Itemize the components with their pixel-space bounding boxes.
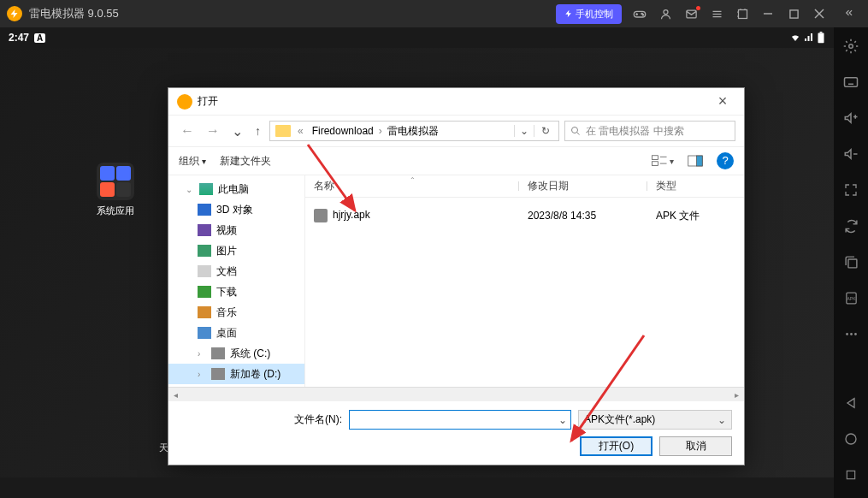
android-home-button[interactable] bbox=[841, 429, 861, 449]
battery-icon bbox=[817, 32, 825, 44]
mail-icon[interactable] bbox=[678, 1, 704, 27]
android-status-bar: 2:47 A bbox=[0, 27, 834, 48]
status-badge: A bbox=[34, 33, 45, 43]
volume-up-icon[interactable] bbox=[841, 108, 861, 128]
filename-label: 文件名(N): bbox=[294, 412, 342, 427]
wifi-icon bbox=[789, 33, 801, 43]
dialog-footer: 文件名(N): ⌄ APK文件(*.apk)⌄ 打开(O) 取消 bbox=[168, 401, 744, 465]
dialog-body: ⌄此电脑 3D 对象 视频 图片 文档 下载 音乐 桌面 ›系统 (C:) ›新… bbox=[168, 175, 744, 387]
refresh-button[interactable]: ↻ bbox=[534, 125, 557, 137]
right-toolbar: APK bbox=[834, 27, 868, 498]
sidebar-item-downloads[interactable]: 下载 bbox=[168, 282, 304, 302]
sidebar-item-pictures[interactable]: 图片 bbox=[168, 240, 304, 261]
shortcut-label: 系统应用 bbox=[97, 205, 134, 216]
apk-icon[interactable]: APK bbox=[841, 288, 861, 308]
file-open-dialog: 打开 × ← → ⌄ ↑ « Firedownload › 雷电模拟器 ⌄ ↻ … bbox=[168, 87, 745, 465]
sidebar-item-video[interactable]: 视频 bbox=[168, 220, 304, 240]
gamepad-icon[interactable] bbox=[627, 1, 652, 27]
sidebar-item-drive-c[interactable]: ›系统 (C:) bbox=[168, 343, 304, 364]
menu-icon[interactable] bbox=[704, 1, 729, 27]
column-type[interactable]: 类型 bbox=[647, 179, 744, 193]
sidebar-item-3d[interactable]: 3D 对象 bbox=[168, 199, 304, 220]
screenshot-icon[interactable] bbox=[729, 1, 755, 27]
column-name[interactable]: 名称⌃ bbox=[305, 179, 519, 193]
nav-forward-button[interactable]: → bbox=[203, 123, 223, 139]
svg-rect-37 bbox=[847, 258, 856, 267]
nav-back-button[interactable]: ← bbox=[177, 123, 198, 139]
dialog-icon bbox=[177, 94, 192, 110]
address-bar[interactable]: « Firedownload › 雷电模拟器 ⌄ ↻ bbox=[269, 121, 559, 141]
open-button[interactable]: 打开(O) bbox=[580, 436, 652, 456]
dialog-toolbar: 组织 ▾ 新建文件夹 ▾ ? bbox=[168, 146, 744, 175]
file-name: hjrjy.apk bbox=[333, 209, 370, 221]
maximize-icon[interactable] bbox=[781, 1, 806, 27]
svg-rect-12 bbox=[789, 9, 797, 17]
svg-rect-19 bbox=[652, 156, 658, 160]
file-type: APK 文件 bbox=[647, 209, 744, 223]
sidebar-item-drive-d[interactable]: ›新加卷 (D:) bbox=[168, 364, 304, 384]
scroll-left-button[interactable]: ◂ bbox=[168, 388, 183, 401]
column-date[interactable]: 修改日期 bbox=[519, 179, 647, 193]
search-input[interactable]: 在 雷电模拟器 中搜索 bbox=[564, 121, 735, 141]
sidebar-item-music[interactable]: 音乐 bbox=[168, 302, 304, 323]
phone-control-button[interactable]: 手机控制 bbox=[556, 4, 622, 24]
preview-pane-button[interactable] bbox=[688, 155, 703, 167]
svg-rect-15 bbox=[818, 33, 824, 43]
volume-down-icon[interactable] bbox=[841, 144, 861, 164]
dialog-close-button[interactable]: × bbox=[710, 92, 735, 110]
collapse-sidebar-icon[interactable] bbox=[836, 7, 861, 21]
sidebar-item-thispc[interactable]: ⌄此电脑 bbox=[168, 179, 304, 199]
svg-text:APK: APK bbox=[847, 296, 856, 300]
sidebar-item-documents[interactable]: 文档 bbox=[168, 261, 304, 282]
emulator-screen: 2:47 A 系统应用 天龙八部2: 飞龙战天 全民江湖 秦时明月: 沧海 (预… bbox=[0, 27, 834, 477]
svg-point-27 bbox=[849, 44, 853, 49]
settings-icon[interactable] bbox=[841, 36, 861, 56]
close-icon[interactable] bbox=[806, 1, 832, 27]
breadcrumb-item[interactable]: 雷电模拟器 bbox=[382, 124, 444, 139]
organize-button[interactable]: 组织 ▾ bbox=[179, 154, 206, 169]
multi-instance-icon[interactable] bbox=[841, 252, 861, 272]
address-dropdown[interactable]: ⌄ bbox=[514, 125, 534, 137]
file-date: 2023/8/8 14:35 bbox=[519, 210, 647, 222]
svg-rect-10 bbox=[738, 9, 747, 18]
system-apps-shortcut[interactable]: 系统应用 bbox=[94, 163, 137, 217]
nav-recent-dropdown[interactable]: ⌄ bbox=[228, 123, 246, 139]
android-recents-button[interactable] bbox=[841, 465, 861, 485]
user-icon[interactable] bbox=[652, 1, 678, 27]
svg-rect-24 bbox=[697, 156, 703, 166]
keyboard-icon[interactable] bbox=[841, 72, 861, 92]
minimize-icon[interactable] bbox=[755, 1, 781, 27]
svg-point-17 bbox=[572, 127, 578, 133]
android-back-button[interactable] bbox=[841, 393, 861, 413]
dialog-titlebar: 打开 × bbox=[168, 88, 744, 116]
fullscreen-icon[interactable] bbox=[841, 180, 861, 200]
svg-point-43 bbox=[846, 434, 856, 444]
cancel-button[interactable]: 取消 bbox=[659, 436, 732, 456]
svg-point-4 bbox=[642, 15, 643, 15]
svg-point-40 bbox=[846, 333, 848, 335]
svg-rect-28 bbox=[845, 78, 858, 87]
column-headers: 名称⌃ 修改日期 类型 bbox=[305, 175, 744, 198]
clock: 2:47 bbox=[9, 32, 29, 44]
folder-tree: ⌄此电脑 3D 对象 视频 图片 文档 下载 音乐 桌面 ›系统 (C:) ›新… bbox=[168, 175, 305, 387]
dialog-title: 打开 bbox=[198, 94, 710, 109]
svg-point-5 bbox=[664, 9, 668, 14]
filetype-select[interactable]: APK文件(*.apk)⌄ bbox=[578, 410, 732, 430]
svg-point-41 bbox=[850, 333, 853, 335]
file-list: 名称⌃ 修改日期 类型 hjrjy.apk 2023/8/8 14:35 APK… bbox=[305, 175, 744, 387]
more-icon[interactable] bbox=[841, 323, 861, 344]
svg-line-18 bbox=[577, 133, 580, 135]
breadcrumb-item[interactable]: Firedownload bbox=[307, 125, 379, 137]
scroll-right-button[interactable]: ▸ bbox=[729, 388, 744, 401]
horizontal-scrollbar[interactable]: ◂ ▸ bbox=[168, 387, 744, 401]
filename-input[interactable]: ⌄ bbox=[349, 410, 571, 430]
sync-icon[interactable] bbox=[841, 216, 861, 236]
help-button[interactable]: ? bbox=[717, 152, 734, 169]
file-item[interactable]: hjrjy.apk 2023/8/8 14:35 APK 文件 bbox=[305, 205, 744, 227]
nav-up-button[interactable]: ↑ bbox=[251, 124, 264, 138]
folder-icon bbox=[275, 125, 291, 137]
new-folder-button[interactable]: 新建文件夹 bbox=[220, 154, 271, 169]
search-placeholder: 在 雷电模拟器 中搜索 bbox=[586, 124, 684, 139]
view-options-button[interactable]: ▾ bbox=[651, 155, 674, 167]
sidebar-item-desktop[interactable]: 桌面 bbox=[168, 323, 304, 343]
